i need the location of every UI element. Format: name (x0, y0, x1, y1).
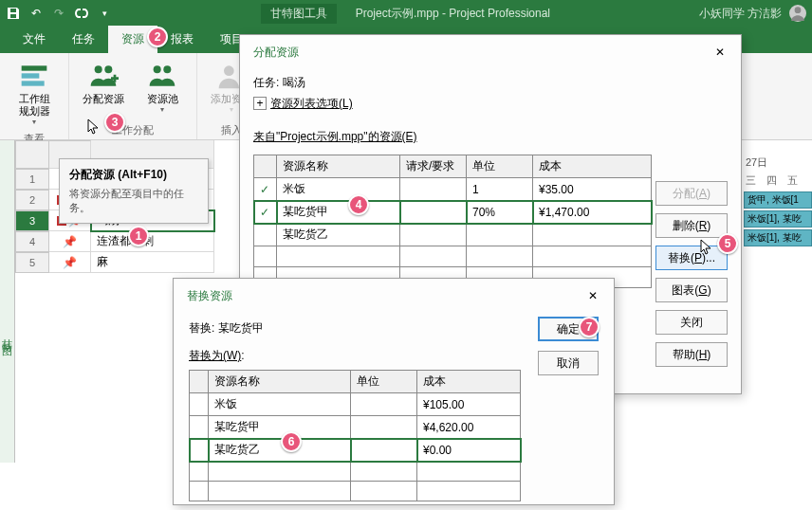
tab-file[interactable]: 文件 (9, 26, 59, 53)
assign-button: 分配(A) (655, 181, 728, 206)
pin-icon: 📌 (63, 235, 77, 248)
svg-point-5 (104, 65, 112, 73)
check-icon: ✓ (254, 201, 277, 224)
row-header[interactable]: 4 (15, 231, 49, 252)
close-icon[interactable]: ✕ (712, 45, 728, 60)
table-row[interactable]: 某吃货乙¥0.00 (190, 439, 521, 462)
row-header-blank (15, 140, 49, 169)
contextual-tab-label: 甘特图工具 (261, 4, 337, 24)
svg-point-4 (95, 65, 102, 73)
close-icon[interactable]: ✕ (585, 288, 600, 303)
svg-point-6 (154, 65, 161, 73)
svg-rect-2 (22, 73, 40, 78)
table-row[interactable]: ✓ 某吃货甲 70% ¥1,470.00 (254, 201, 652, 224)
link-icon[interactable] (74, 6, 89, 21)
gantt-bar[interactable]: 货甲, 米饭[1 (744, 191, 812, 209)
tab-task[interactable]: 任务 (59, 26, 108, 53)
window-title: Project示例.mpp - Project Professional (356, 6, 550, 22)
resource-pool-button[interactable]: 资源池 ▾ (136, 57, 189, 118)
check-icon: ✓ (254, 178, 277, 201)
callout-marker: 7 (579, 317, 600, 337)
ribbon-tooltip: 分配资源 (Alt+F10) 将资源分配至项目中的任务。 (59, 158, 209, 224)
col-name[interactable]: 资源名称 (277, 155, 400, 178)
col-unit[interactable]: 单位 (467, 155, 533, 178)
table-row[interactable] (254, 246, 652, 267)
gantt-timeline: 27日 三 四 五 货甲, 米饭[1 米饭[1], 某吃 米饭[1], 某吃 (744, 154, 812, 248)
resource-list-option[interactable]: 资源列表选项(L) (270, 97, 353, 110)
cursor-icon (87, 118, 101, 136)
gantt-bar[interactable]: 米饭[1], 某吃 (744, 210, 812, 228)
col-name[interactable]: 资源名称 (209, 371, 351, 393)
title-bar: ↶ ↷ ▾ 甘特图工具 Project示例.mpp - Project Prof… (0, 0, 812, 27)
tooltip-body: 将资源分配至项目中的任务。 (69, 187, 198, 215)
col-cost[interactable]: 成本 (417, 371, 521, 393)
task-name-cell[interactable]: 连渣都不剩 (91, 231, 214, 252)
svg-rect-3 (22, 81, 45, 85)
assign-resources-icon (88, 61, 119, 91)
callout-marker: 5 (717, 233, 738, 254)
callout-marker: 6 (281, 431, 302, 452)
svg-point-7 (163, 65, 171, 73)
dialog-title: 替换资源 (187, 288, 232, 304)
user-avatar-icon[interactable] (789, 5, 806, 22)
chart-button[interactable]: 图表(G) (655, 278, 728, 302)
remove-button[interactable]: 删除(R) (655, 213, 728, 238)
callout-marker: 2 (147, 27, 168, 47)
replace-table: 资源名称 单位 成本 米饭¥105.00 某吃货甲¥4,620.00 某吃货乙¥… (189, 370, 599, 501)
table-row[interactable] (190, 482, 521, 501)
callout-marker: 3 (104, 112, 125, 133)
undo-icon[interactable]: ↶ (28, 6, 44, 21)
tooltip-title: 分配资源 (Alt+F10) (69, 167, 198, 183)
user-name: 小妖同学 方洁影 (699, 6, 782, 22)
row-header[interactable]: 3 (15, 210, 49, 231)
row-header[interactable]: 5 (15, 252, 49, 273)
table-row[interactable] (190, 462, 521, 482)
save-icon[interactable] (6, 6, 21, 21)
help-button[interactable]: 帮助(H) (655, 342, 728, 367)
col-request[interactable]: 请求/要求 (400, 155, 467, 178)
resource-pool-icon (147, 61, 177, 91)
replace-button[interactable]: 替换(P)... (655, 246, 728, 270)
row-header[interactable]: 2 (15, 190, 49, 210)
gantt-date: 27日 (744, 154, 812, 172)
pin-icon: 📌 (63, 256, 77, 269)
team-planner-button[interactable]: 工作组 规划器 ▾ (8, 57, 61, 130)
col-blank (190, 371, 209, 393)
qat-more-icon[interactable]: ▾ (97, 6, 112, 21)
svg-point-8 (224, 65, 234, 76)
team-planner-icon (19, 61, 49, 91)
cancel-button[interactable]: 取消 (538, 351, 599, 375)
task-name-cell[interactable]: 麻 (91, 252, 214, 273)
indicator-cell: 📌 (49, 231, 91, 252)
table-row[interactable]: 米饭¥105.00 (190, 393, 521, 416)
callout-marker: 4 (348, 194, 369, 215)
row-header[interactable]: 1 (15, 169, 49, 190)
table-row[interactable]: 某吃货乙 (254, 224, 652, 246)
check-icon (254, 224, 277, 246)
svg-point-0 (795, 7, 802, 13)
callout-marker: 1 (128, 226, 149, 246)
gantt-weekdays: 三 四 五 (744, 172, 812, 190)
dialog-title: 分配资源 (253, 45, 299, 61)
table-row[interactable]: ✓ 米饭 1 ¥35.00 (254, 178, 652, 201)
col-check (254, 155, 277, 178)
cursor-icon (700, 239, 713, 256)
col-cost[interactable]: 成本 (533, 155, 652, 178)
gantt-sidebar-label: 甘特图 (0, 140, 15, 463)
close-button[interactable]: 关闭 (655, 310, 728, 335)
table-row[interactable]: 某吃货甲¥4,620.00 (190, 416, 521, 439)
indicator-cell: 📌 (49, 252, 91, 273)
replace-resource-dialog: 替换资源 ✕ 替换: 某吃货甲 替换为(W): 资源名称 单位 成本 米饭¥10… (173, 278, 615, 505)
redo-icon[interactable]: ↷ (51, 6, 66, 21)
resource-source-label: 来自"Project示例.mpp"的资源(E) (253, 129, 728, 145)
assign-resources-button[interactable]: 分配资源 (77, 57, 130, 118)
svg-rect-1 (22, 65, 47, 70)
gantt-bar[interactable]: 米饭[1], 某吃 (744, 229, 812, 246)
col-unit[interactable]: 单位 (351, 371, 417, 393)
expand-button[interactable]: + (253, 97, 267, 110)
task-label: 任务: 喝汤 (253, 75, 728, 91)
